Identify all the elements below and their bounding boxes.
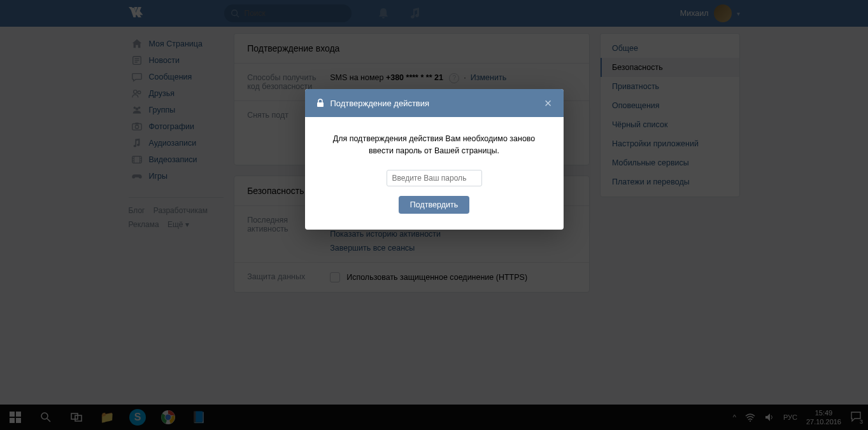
confirm-button[interactable]: Подтвердить <box>399 196 469 214</box>
modal-title: Подтверждение действия <box>331 99 430 108</box>
confirm-modal: Подтверждение действия × Для подтвержден… <box>305 89 564 230</box>
svg-rect-21 <box>317 102 324 107</box>
lock-icon <box>317 99 324 108</box>
modal-header: Подтверждение действия × <box>305 89 564 117</box>
modal-body-text: Для подтверждения действия Вам необходим… <box>324 133 544 157</box>
close-icon[interactable]: × <box>544 97 552 109</box>
password-input[interactable] <box>387 170 482 186</box>
